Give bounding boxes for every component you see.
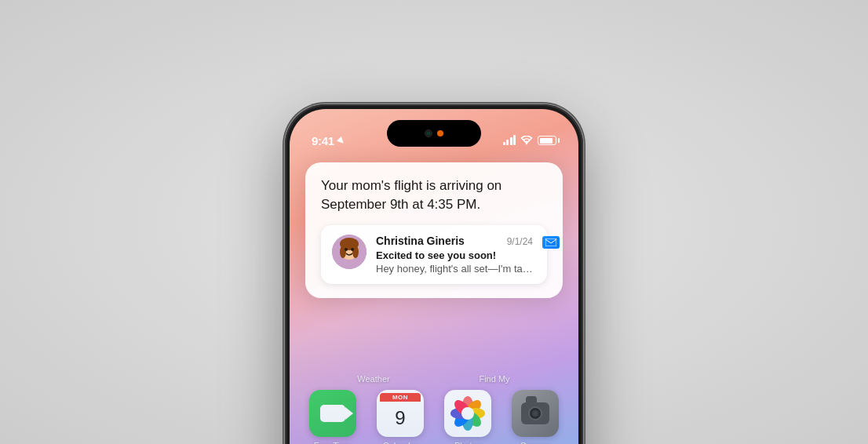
contact-avatar [332,235,367,269]
facetime-label: FaceTime [314,441,352,444]
calendar-icon[interactable]: MON 9 [377,390,424,437]
wifi-icon [520,136,533,145]
app-calendar[interactable]: MON 9 Calendar [372,390,429,444]
message-date: 9/1/24 [507,236,533,247]
mail-badge [542,236,560,249]
calendar-day-number: 9 [380,402,421,434]
location-icon: ▶ [337,135,347,145]
message-content: Christina Gineris 9/1/24 Excited to see … [376,235,533,275]
svg-point-5 [352,246,359,258]
phone-frame: 9:41 ▶ [285,104,583,444]
weather-widget-label: Weather [342,374,405,384]
siri-text: Your mom's flight is arriving on Septemb… [321,177,547,214]
sender-name: Christina Gineris [376,235,465,247]
phone-screen: 9:41 ▶ [290,109,578,444]
findmy-widget-label: Find My [463,374,526,384]
mail-icon-small [545,238,556,246]
svg-point-7 [351,248,354,251]
facetime-icon[interactable] [309,390,356,437]
battery-icon [538,136,556,145]
message-header: Christina Gineris 9/1/24 [376,235,533,247]
notification-card[interactable]: Your mom's flight is arriving on Septemb… [305,162,563,298]
svg-point-17 [461,407,474,420]
camera-label: Camera [520,441,550,444]
status-icons [503,136,557,145]
photos-label: Photos [454,441,481,444]
widget-labels: Weather Find My [290,374,578,384]
calendar-label: Calendar [383,441,418,444]
camera-icon[interactable] [512,390,559,437]
indicator-dot [437,130,443,136]
app-facetime[interactable]: FaceTime [305,390,361,444]
svg-point-6 [345,248,348,251]
photos-icon[interactable] [444,390,491,437]
app-photos[interactable]: Photos [439,390,496,444]
photos-flower-icon [448,394,487,433]
dynamic-island [387,120,481,147]
message-preview: Hey honey, flight's all set—I'm takin... [376,263,533,275]
message-card[interactable]: Christina Gineris 9/1/24 Excited to see … [321,225,547,284]
app-row-1: FaceTime MON 9 Calendar [290,390,578,444]
calendar-day-name: MON [380,393,421,402]
front-camera [425,129,432,137]
signal-icon [503,136,516,145]
status-time: 9:41 ▶ [312,134,345,147]
svg-point-4 [340,246,346,258]
app-camera[interactable]: Camera [507,390,563,444]
svg-rect-8 [545,238,556,246]
time-display: 9:41 [312,134,334,147]
scene: 9:41 ▶ [0,0,868,444]
svg-point-0 [526,143,527,144]
memoji-avatar [332,235,367,269]
message-subject: Excited to see you soon! [376,249,533,261]
